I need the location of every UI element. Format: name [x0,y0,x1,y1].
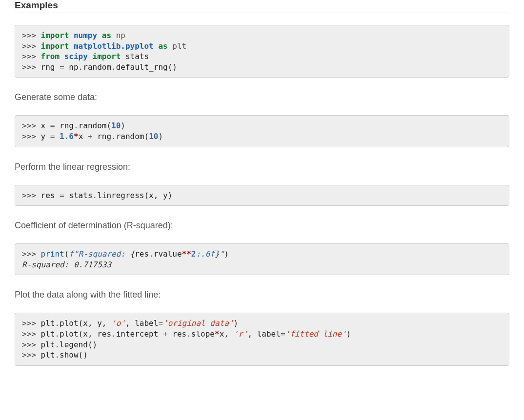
name: stats [69,191,92,200]
dot: . [111,132,116,141]
repl-prompt: >>> [22,319,41,328]
name: random [116,132,144,141]
operator: ** [182,249,191,259]
parens: (x, y, [79,319,111,328]
code-text [55,132,60,141]
name: , label [125,319,158,328]
operator: * [215,329,220,339]
name: plot [60,319,79,328]
parens: (x, res [79,329,111,339]
code-text [60,52,64,61]
code-block-print: >>> print(f"R-squared: {res.rvalue**2:.6… [15,243,509,275]
repl-prompt: >>> [22,62,41,72]
module-name: matplotlib.pyplot [74,41,154,51]
code-block-data: >>> x = rng.random(10) >>> y = 1.6*x + r… [15,115,509,147]
operator: = [281,329,285,339]
output-text: R-squared: 0.717533 [22,260,111,269]
description-text: Perform the linear regression: [15,162,509,172]
description-text: Plot the data along with the fitted line… [15,290,509,300]
name: plt [41,340,55,349]
code-text [154,41,159,51]
string: 'o' [111,319,125,328]
name: x [79,132,88,141]
dot: . [111,329,116,339]
code-text [121,52,125,61]
keyword: as [102,31,111,40]
code-text [168,41,173,51]
alias: np [116,31,125,40]
operator: * [74,132,79,141]
name: default_rng [116,62,168,72]
paren: ( [106,121,111,130]
keyword: from [41,52,60,61]
paren: ( [64,249,69,259]
name: x, [220,329,234,339]
number: 1.6 [60,132,74,141]
number: 10 [149,132,158,141]
name: show [60,350,79,360]
dot: . [55,340,60,349]
name: res [172,329,186,339]
parens: () [79,350,88,360]
paren: ) [346,329,351,339]
keyword: as [158,41,167,51]
name: np [69,62,78,72]
code-text [64,191,69,200]
name: plt [41,319,55,328]
paren: ) [224,249,229,259]
repl-prompt: >>> [22,350,41,360]
paren: ) [158,132,163,141]
format-spec: :.6f [196,249,215,259]
string: " [220,249,224,259]
dot: . [111,62,116,72]
name: plt [41,350,55,360]
operator: = [50,132,55,141]
name: random [83,62,111,72]
operator: = [50,121,55,130]
code-text [88,52,93,61]
code-block-regress: >>> res = stats.linregress(x, y) [15,185,509,206]
parens: () [168,62,177,72]
name: slope [191,329,215,339]
operator: = [60,191,64,200]
name: intercept [116,329,163,339]
dot: . [93,191,98,200]
repl-prompt: >>> [22,52,41,61]
alias: plt [172,41,186,51]
dot: . [186,329,191,339]
dot: . [55,329,60,339]
name: x [41,121,50,130]
description-text: Generate some data: [15,92,509,102]
name: stats [125,52,149,61]
repl-prompt: >>> [22,31,41,40]
number: 10 [111,121,121,130]
dot: . [149,249,154,259]
keyword: import [93,52,121,61]
repl-prompt: >>> [22,121,41,130]
string: 'r' [234,329,248,339]
repl-prompt: >>> [22,329,41,339]
dot: . [55,319,60,328]
code-text [111,31,116,40]
operator: + [88,132,97,141]
code-text [97,31,102,40]
string-interp: { [130,249,135,259]
section-title: Examples [15,0,509,13]
keyword: import [41,31,69,40]
code-text [69,31,74,40]
name: rng [60,121,74,130]
repl-prompt: >>> [22,41,41,51]
repl-prompt: >>> [22,249,41,259]
module-name: numpy [74,31,97,40]
description-text: Coefficient of determination (R-squared)… [15,220,509,231]
paren: ) [234,319,239,328]
keyword: import [41,41,69,51]
dot: . [55,350,60,360]
code-text [69,41,74,51]
paren: ( [144,132,149,141]
repl-prompt: >>> [22,340,41,349]
parens: (x, y) [144,191,172,200]
name: plt [41,329,55,339]
name: random [79,121,107,130]
dot: . [79,62,83,72]
